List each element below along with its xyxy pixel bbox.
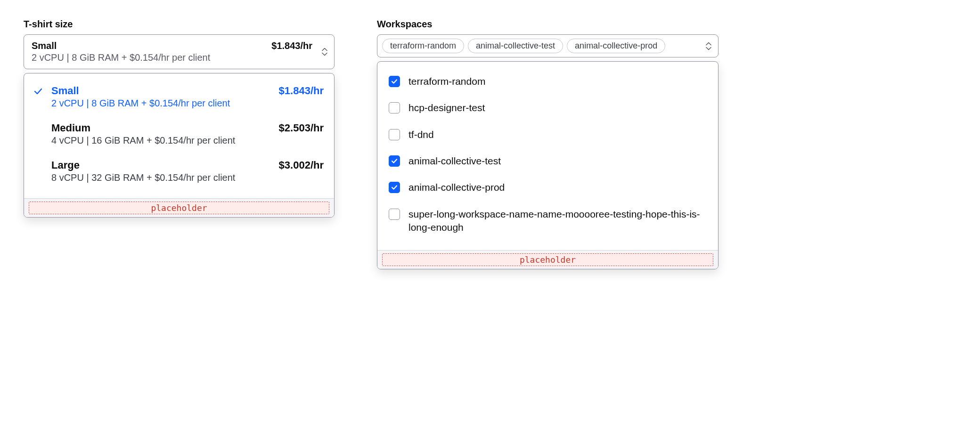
- checkbox-unchecked-icon[interactable]: [389, 102, 400, 113]
- workspaces-panel: Workspaces terraform-random animal-colle…: [377, 19, 719, 269]
- placeholder-slot: placeholder: [29, 202, 329, 214]
- workspace-tag[interactable]: animal-collective-test: [468, 39, 563, 53]
- placeholder-slot: placeholder: [382, 253, 713, 266]
- workspace-tag[interactable]: terraform-random: [382, 39, 464, 53]
- workspace-option-label: tf-dnd: [408, 128, 434, 141]
- workspaces-label: Workspaces: [377, 19, 719, 30]
- option-price: $3.002/hr: [279, 159, 324, 171]
- tshirt-size-dropdown: Small $1.843/hr 2 vCPU | 8 GiB RAM + $0.…: [24, 73, 335, 218]
- workspace-option[interactable]: hcp-designer-test: [377, 95, 718, 121]
- tshirt-selected-name: Small: [32, 40, 57, 51]
- workspaces-select-trigger[interactable]: terraform-random animal-collective-test …: [377, 34, 719, 57]
- chevron-up-down-icon: [322, 48, 327, 56]
- workspace-tag[interactable]: animal-collective-prod: [567, 39, 665, 53]
- option-row: Large $3.002/hr: [51, 159, 324, 171]
- tshirt-size-select-trigger[interactable]: Small $1.843/hr 2 vCPU | 8 GiB RAM + $0.…: [24, 34, 335, 69]
- tshirt-dropdown-footer: placeholder: [24, 198, 334, 217]
- workspace-option[interactable]: animal-collective-test: [377, 148, 718, 174]
- tshirt-trigger-row: Small $1.843/hr: [32, 40, 312, 51]
- tshirt-option-small[interactable]: Small $1.843/hr 2 vCPU | 8 GiB RAM + $0.…: [24, 78, 334, 115]
- option-price: $2.503/hr: [279, 122, 324, 134]
- workspaces-option-list: terraform-random hcp-designer-test tf-dn…: [377, 62, 718, 250]
- checkbox-checked-icon[interactable]: [389, 155, 400, 167]
- workspace-option-label: super-long-workspace-name-name-mooooree-…: [408, 208, 707, 235]
- workspace-option[interactable]: terraform-random: [377, 68, 718, 95]
- tshirt-size-option-list: Small $1.843/hr 2 vCPU | 8 GiB RAM + $0.…: [24, 73, 334, 198]
- workspace-option[interactable]: tf-dnd: [377, 121, 718, 148]
- chevron-up-down-icon: [706, 42, 711, 50]
- option-name: Small: [51, 85, 79, 97]
- workspace-option-label: animal-collective-test: [408, 154, 501, 168]
- workspace-option-label: terraform-random: [408, 75, 485, 88]
- workspace-option[interactable]: animal-collective-prod: [377, 174, 718, 201]
- check-icon: [33, 87, 43, 98]
- option-row: Small $1.843/hr: [51, 85, 324, 97]
- workspace-option[interactable]: super-long-workspace-name-name-mooooree-…: [377, 201, 718, 241]
- option-sub: 8 vCPU | 32 GiB RAM + $0.154/hr per clie…: [51, 172, 324, 183]
- checkbox-unchecked-icon[interactable]: [389, 209, 400, 220]
- tshirt-size-label: T-shirt size: [24, 19, 335, 30]
- tshirt-option-large[interactable]: Large $3.002/hr 8 vCPU | 32 GiB RAM + $0…: [24, 153, 334, 190]
- option-name: Large: [51, 159, 80, 171]
- tshirt-option-medium[interactable]: Medium $2.503/hr 4 vCPU | 16 GiB RAM + $…: [24, 115, 334, 153]
- workspace-option-label: animal-collective-prod: [408, 181, 505, 194]
- option-price: $1.843/hr: [279, 85, 324, 97]
- option-row: Medium $2.503/hr: [51, 122, 324, 134]
- option-sub: 2 vCPU | 8 GiB RAM + $0.154/hr per clien…: [51, 98, 324, 109]
- checkbox-unchecked-icon[interactable]: [389, 129, 400, 140]
- workspaces-dropdown: terraform-random hcp-designer-test tf-dn…: [377, 61, 719, 269]
- workspace-option-label: hcp-designer-test: [408, 101, 485, 114]
- tshirt-selected-sub: 2 vCPU | 8 GiB RAM + $0.154/hr per clien…: [32, 52, 312, 63]
- checkbox-checked-icon[interactable]: [389, 182, 400, 193]
- tshirt-selected-price: $1.843/hr: [271, 40, 312, 51]
- workspaces-dropdown-footer: placeholder: [377, 250, 718, 269]
- option-name: Medium: [51, 122, 90, 134]
- checkbox-checked-icon[interactable]: [389, 76, 400, 87]
- tshirt-size-panel: T-shirt size Small $1.843/hr 2 vCPU | 8 …: [24, 19, 335, 218]
- option-sub: 4 vCPU | 16 GiB RAM + $0.154/hr per clie…: [51, 135, 324, 146]
